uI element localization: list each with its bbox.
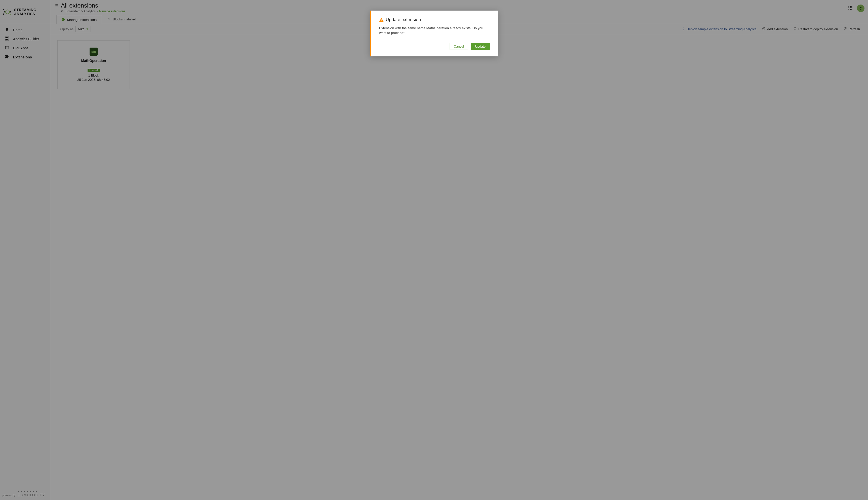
dialog-title: Update extension (386, 17, 421, 22)
modal-overlay[interactable]: Update extension Extension with the same… (0, 0, 868, 500)
update-extension-dialog: Update extension Extension with the same… (370, 11, 498, 56)
warning-icon (379, 18, 384, 22)
cancel-button[interactable]: Cancel (449, 43, 468, 50)
dialog-body: Extension with the same name MathOperati… (371, 26, 498, 39)
update-button[interactable]: Update (471, 43, 490, 50)
